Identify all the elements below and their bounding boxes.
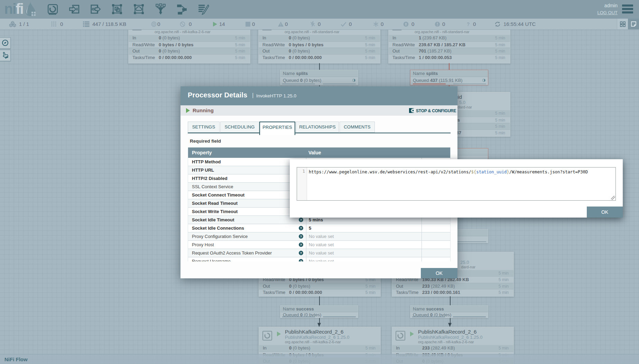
app-header: nifi xyxy=(0,0,639,19)
add-process-group-icon[interactable] xyxy=(111,3,123,15)
stop-and-configure-button[interactable]: STOP & CONFIGURE xyxy=(409,108,454,114)
tab-settings[interactable]: SETTINGS xyxy=(188,122,220,133)
running-icon xyxy=(186,108,190,113)
svg-text:?: ? xyxy=(467,21,470,27)
stat-row-out: Out 0 (0 bytes) 5 min xyxy=(259,283,380,289)
run-status-label: Running xyxy=(193,107,214,113)
logout-link[interactable]: LOG OUT xyxy=(597,10,618,15)
queued-stats: 447 / 118.5 KB xyxy=(92,19,126,29)
editor-code-line[interactable]: https://www.pegelonline.wsv.de/webservic… xyxy=(309,169,588,175)
connection-line-alarm xyxy=(449,63,450,70)
dialog-ok-button[interactable]: OK xyxy=(421,268,457,278)
run-status-icon xyxy=(277,332,281,336)
navigate-palette-button[interactable] xyxy=(0,37,11,49)
connection-name-row: Name splits xyxy=(280,70,358,77)
editor-gutter: 1 xyxy=(297,167,307,200)
gear-icon xyxy=(409,108,415,113)
cluster-count: 1 / 1 xyxy=(19,19,29,29)
connection-line xyxy=(319,296,320,305)
tab-comments[interactable]: COMMENTS xyxy=(340,122,375,133)
help-icon: ? xyxy=(299,218,303,222)
dialog-header: Processor Details | InvokeHTTP 1.25.0 xyxy=(180,86,457,105)
nifi-logo[interactable]: nifi xyxy=(4,1,36,18)
add-output-port-icon[interactable] xyxy=(90,3,101,15)
breadcrumb[interactable]: NiFi Flow xyxy=(4,354,28,364)
stat-row-out: Out 701 (185.27 KB) 5 min xyxy=(389,48,510,54)
resize-handle-icon[interactable] xyxy=(611,196,615,200)
global-menu-icon[interactable] xyxy=(622,4,633,14)
connection-label-success[interactable]: Name success Queued 0 (0 bytes) xyxy=(410,305,488,318)
locally-modified-count: 0 xyxy=(381,19,383,29)
flow-status-bar: 1 / 1 0 447 / 118.5 KB xyxy=(0,19,639,30)
stat-row-in: In 0 (0 bytes) 5 min xyxy=(259,345,380,352)
connection-queued-row: Queued 0 (0 bytes) xyxy=(280,77,358,84)
add-template-icon[interactable] xyxy=(176,3,188,15)
property-row[interactable]: Socket Idle Connections? 5 xyxy=(188,224,450,232)
add-funnel-icon[interactable] xyxy=(155,3,166,15)
queue-size-bar xyxy=(453,84,486,85)
property-row[interactable]: Proxy Host? No value set xyxy=(188,241,450,249)
property-row[interactable]: Proxy Configuration Service? No value se… xyxy=(188,232,450,241)
nifi-drop-icon xyxy=(25,1,36,17)
add-remote-process-group-icon[interactable] xyxy=(133,3,145,15)
stat-row-readwrite: Read/Write 0 bytes / 0 bytes 5 min xyxy=(129,41,250,48)
connection-label-success[interactable]: Name success Queued 0 (0 bytes) xyxy=(280,305,358,318)
queue-count-bar xyxy=(412,316,445,317)
dialog-title: Processor Details xyxy=(188,91,247,99)
stat-row-tasks: Tasks/Time 0 / 00:00:00.000 5 min xyxy=(259,289,380,296)
add-processor-icon[interactable] xyxy=(47,3,58,15)
property-row[interactable]: Request OAuth2 Access Token Provider? No… xyxy=(188,249,450,257)
dialog-tabs: SETTINGS SCHEDULING PROPERTIES RELATIONS… xyxy=(188,122,451,135)
value-editor-popup: 1 https://www.pegelonline.wsv.de/webserv… xyxy=(290,159,623,218)
queue-count-bar xyxy=(282,84,315,85)
connection-label-splits-alarm[interactable]: Name splits Queued 437 (115.91 KB) xyxy=(410,70,488,85)
running-icon xyxy=(213,19,217,29)
refresh-icon[interactable] xyxy=(494,19,501,29)
processor-type: PublishKafkaRecord_2_6 1.25.0 xyxy=(285,335,349,340)
stat-row-out: Out 233 (282.49 KB) 5 min xyxy=(392,283,513,289)
new-canvas-button[interactable] xyxy=(628,19,639,29)
tab-underline xyxy=(188,133,451,133)
processor-type-fragment: 25.0 xyxy=(460,260,469,265)
queue-size-bar xyxy=(453,316,486,317)
processor-bundle-fragment: dard-nar xyxy=(461,265,475,269)
queue-size-bar xyxy=(453,241,486,242)
stat-row-out: Out 0 (0 bytes) 5 min xyxy=(129,48,250,54)
stopped-icon xyxy=(246,19,250,29)
search-grid-button[interactable] xyxy=(617,19,628,29)
help-icon: ? xyxy=(299,234,303,239)
last-refreshed-time: 16:55:44 UTC xyxy=(503,19,536,29)
up-to-date-count: 0 xyxy=(349,19,352,29)
transmitting-dots-icon xyxy=(51,19,57,29)
connection-line xyxy=(450,296,451,305)
tab-relationships[interactable]: RELATIONSHIPS xyxy=(296,122,339,133)
add-label-icon[interactable] xyxy=(198,3,209,15)
connection-queued-row: Queued 437 (115.91 KB) xyxy=(410,77,488,84)
add-input-port-icon[interactable] xyxy=(68,3,80,15)
value-editor[interactable]: 1 https://www.pegelonline.wsv.de/webserv… xyxy=(297,167,616,201)
sync-failure-count: 0 xyxy=(473,19,476,29)
help-icon: ? xyxy=(299,242,303,247)
tab-properties[interactable]: PROPERTIES xyxy=(259,122,295,135)
queue-count-bar xyxy=(413,84,446,85)
property-row[interactable]: Request Username? No value set xyxy=(188,257,450,261)
processor-icon xyxy=(396,331,405,341)
stale-count: 0 xyxy=(411,19,414,29)
stat-row-tasks: Tasks/Time 1 / 00:00:00.053 5 min xyxy=(389,54,510,61)
locally-modified-icon xyxy=(373,19,379,29)
nifi-application: org.apache.nifi - nifi-kafka-2-6-nar In … xyxy=(0,0,639,364)
remote-not-transmitting-icon xyxy=(180,19,185,29)
operate-palette-button[interactable] xyxy=(0,50,11,61)
processor-name: PublishKafkaRecord_2_6 xyxy=(418,329,476,335)
queue-count-bar xyxy=(282,316,315,317)
connection-label-splits[interactable]: Name splits Queued 0 (0 bytes) xyxy=(280,70,358,85)
connection-name-row: Name success xyxy=(280,306,358,312)
locally-modified-stale-count: 0 xyxy=(442,19,445,29)
column-value: Value xyxy=(308,147,321,158)
editor-ok-button[interactable]: OK xyxy=(587,207,623,218)
processor-type-fragment: 5.0 xyxy=(459,100,465,105)
queue-size-bar xyxy=(323,316,356,317)
stale-icon xyxy=(403,19,409,29)
connection-line xyxy=(319,63,320,70)
tab-scheduling[interactable]: SCHEDULING xyxy=(220,122,259,133)
